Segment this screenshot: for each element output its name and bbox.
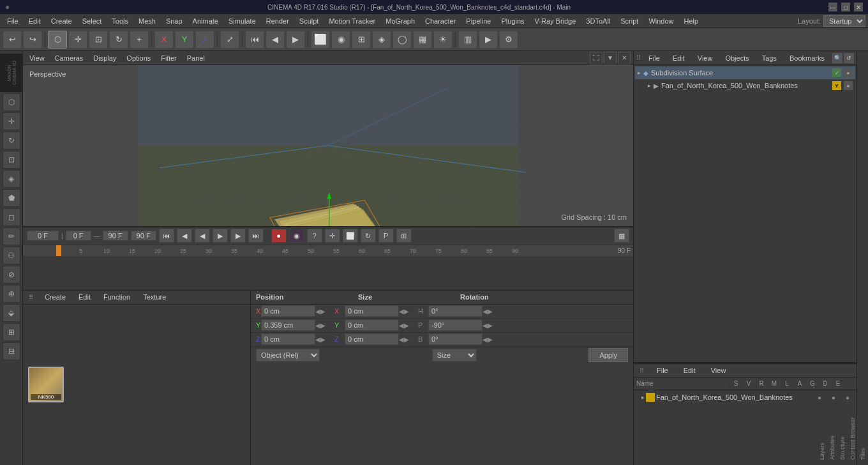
vp-close-button[interactable]: ✕ (618, 52, 631, 65)
transform-button[interactable]: ⤢ (220, 31, 239, 49)
tool-paint[interactable]: ✏ (3, 227, 20, 245)
apply-button[interactable]: Apply (588, 348, 628, 362)
redo-button[interactable]: ↪ (23, 31, 42, 49)
menu-create[interactable]: Create (47, 16, 77, 26)
tab-edit[interactable]: Edit (668, 53, 690, 63)
render-view-button[interactable]: ▥ (458, 31, 477, 49)
tool-extra[interactable]: ⊟ (3, 342, 20, 360)
minimize-button[interactable]: — (828, 3, 837, 11)
camera-button[interactable]: ▦ (413, 31, 432, 49)
menu-motion-tracker[interactable]: Motion Tracker (324, 16, 380, 26)
tool-select[interactable]: ⬡ (3, 93, 20, 111)
mat-menu-edit[interactable]: Edit (75, 292, 94, 302)
deform-button[interactable]: ◈ (372, 31, 391, 49)
viewport[interactable]: Perspective Grid Spacing : 10 cm (23, 65, 633, 226)
rot-p-input[interactable] (428, 319, 483, 331)
select-model-button[interactable]: ⬡ (48, 31, 67, 49)
vp-settings-button[interactable]: ▼ (604, 52, 617, 65)
move-button[interactable]: ✛ (68, 31, 87, 49)
menu-mesh[interactable]: Mesh (134, 16, 160, 26)
key-frame-button[interactable]: ⬜ (343, 229, 358, 243)
key-options-button[interactable]: ? (307, 229, 322, 243)
play-prev-button[interactable]: ⏮ (245, 31, 264, 49)
maximize-button[interactable]: □ (841, 3, 850, 11)
tab-attributes[interactable]: Attributes (827, 51, 837, 465)
tab-content-browser[interactable]: Content Browser (848, 51, 858, 465)
tool-snap[interactable]: ⊕ (3, 285, 20, 303)
tool-point[interactable]: ◻ (3, 208, 20, 226)
menu-animate[interactable]: Animate (188, 16, 223, 26)
menu-script[interactable]: Script (616, 16, 643, 26)
menu-simulate[interactable]: Simulate (224, 16, 260, 26)
timeline-mode-button[interactable]: ▦ (614, 229, 629, 243)
vp-menu-filter[interactable]: Filter (157, 53, 180, 63)
menu-select[interactable]: Select (78, 16, 107, 26)
record-button[interactable]: ● (271, 229, 287, 243)
tab-tags[interactable]: Tags (757, 53, 782, 63)
tab-file[interactable]: File (643, 53, 665, 63)
max-frame-input[interactable]: 90 F (131, 231, 156, 241)
tab-view[interactable]: View (692, 53, 718, 63)
x-axis-button[interactable]: X (154, 31, 174, 49)
auto-key-button[interactable]: ◉ (289, 229, 304, 243)
menu-mograph[interactable]: MoGraph (381, 16, 419, 26)
tab-structure[interactable]: Structure (837, 51, 848, 465)
close-button[interactable]: ✕ (854, 3, 863, 11)
mat-menu-create[interactable]: Create (41, 292, 70, 302)
tool-magnet[interactable]: ⚇ (3, 247, 20, 264)
pos-x-input[interactable] (261, 305, 315, 317)
next-frame-button[interactable]: ▶ (230, 229, 246, 243)
add-button[interactable]: + (130, 31, 149, 49)
rot-b-input[interactable] (428, 333, 483, 345)
attr-tab-file[interactable]: File (652, 365, 673, 376)
tab-tiles[interactable]: Tiles (858, 51, 868, 465)
vp-maximize-button[interactable]: ⛶ (590, 52, 602, 65)
y-axis-button[interactable]: Y (175, 31, 194, 49)
coord-system-select[interactable]: Object (Rel) World (256, 349, 320, 362)
tool-scale[interactable]: ⊡ (3, 151, 20, 169)
pos-z-input[interactable] (261, 333, 315, 345)
tool-polygon[interactable]: ◈ (3, 170, 20, 188)
current-frame-input[interactable]: 0 F (27, 231, 59, 241)
menu-snap[interactable]: Snap (161, 16, 187, 26)
menu-character[interactable]: Character (421, 16, 460, 26)
attr-tab-view[interactable]: View (706, 365, 731, 376)
rot-h-input[interactable] (428, 305, 483, 317)
tab-layers[interactable]: Layers (817, 51, 827, 465)
go-start-button[interactable]: ⏮ (159, 229, 174, 243)
attr-tab-edit[interactable]: Edit (678, 365, 701, 376)
vp-menu-view[interactable]: View (26, 53, 49, 63)
vp-menu-cameras[interactable]: Cameras (51, 53, 87, 63)
render-button[interactable]: ▶ (479, 31, 498, 49)
layout-dropdown[interactable]: Startup (823, 15, 865, 27)
menu-plugins[interactable]: Plugins (497, 16, 528, 26)
tab-objects[interactable]: Objects (720, 53, 754, 63)
play-reverse-button[interactable]: ◀ (195, 229, 210, 243)
menu-pipeline[interactable]: Pipeline (461, 16, 495, 26)
play-back-button[interactable]: ◀ (266, 31, 285, 49)
vp-menu-options[interactable]: Options (123, 53, 154, 63)
tool-layers[interactable]: ⊞ (3, 323, 20, 341)
snap-to-key-button[interactable]: ✛ (325, 229, 340, 243)
mat-menu-texture[interactable]: Texture (139, 292, 170, 302)
z-axis-button[interactable]: Z (195, 31, 214, 49)
all-key-button[interactable]: ⊞ (396, 229, 412, 243)
coord-type-select[interactable]: Size Scale (432, 349, 477, 362)
render-settings-button[interactable]: ⚙ (499, 31, 518, 49)
mat-menu-function[interactable]: Function (100, 292, 134, 302)
prev-frame-button[interactable]: ◀ (177, 229, 192, 243)
menu-help[interactable]: Help (680, 16, 703, 26)
menu-tools[interactable]: Tools (107, 16, 133, 26)
undo-button[interactable]: ↩ (3, 31, 22, 49)
menu-render[interactable]: Render (262, 16, 294, 26)
nurbs-button[interactable]: ◉ (331, 31, 350, 49)
vp-menu-display[interactable]: Display (89, 53, 120, 63)
size-x-input[interactable] (345, 305, 399, 317)
cube-button[interactable]: ⬜ (311, 31, 330, 49)
environment-button[interactable]: ◯ (393, 31, 412, 49)
vp-menu-panel[interactable]: Panel (183, 53, 209, 63)
menu-vray[interactable]: V-Ray Bridge (530, 16, 581, 26)
size-z-input[interactable] (345, 333, 399, 345)
tool-measure[interactable]: ⊘ (3, 266, 20, 284)
play-button[interactable]: ▶ (286, 31, 305, 49)
